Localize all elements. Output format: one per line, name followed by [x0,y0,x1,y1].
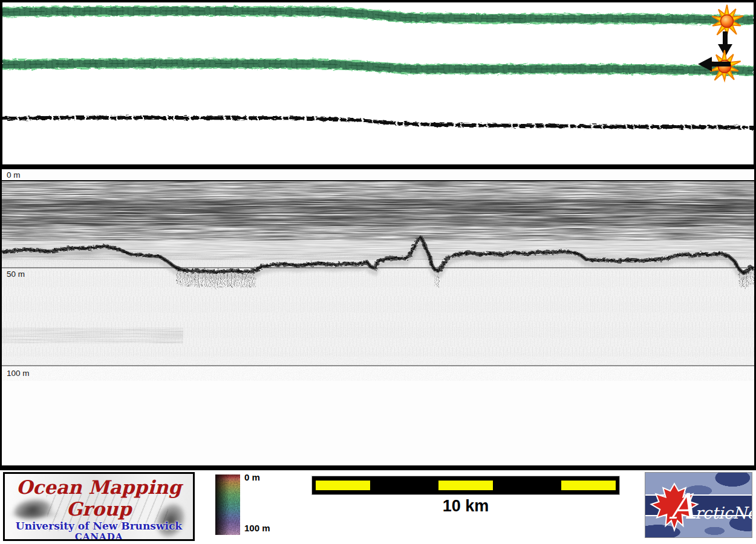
ocean-mapping-group-logo: Ocean Mapping Group University of New Br… [3,472,195,541]
scalebar-segment [558,476,619,494]
footer-divider [0,465,756,470]
nav-track-3 [2,118,754,128]
footer: Ocean Mapping Group University of New Br… [0,470,756,544]
echogram-canvas [2,169,754,467]
swath-track-2 [2,63,754,71]
omg-subtitle: University of New Brunswick [5,520,193,532]
scalebar-segment [312,476,374,494]
arcticnet-wordmark: ArcticNet [670,488,751,531]
omg-title: Ocean Mapping Group [5,476,193,520]
omg-country: CANADA [5,531,193,541]
scalebar-yellow [438,481,493,490]
depth-label-0m: 0 m [7,170,21,180]
deep-faint-reflector [2,328,183,343]
scale-bar-label: 10 km [312,497,619,516]
colorbar-top-label: 0 m [244,472,260,482]
track-map-canvas [2,2,754,164]
depth-colorbar [215,474,240,535]
depth-label-100m: 100 m [7,369,30,378]
swath-track-1 [2,11,754,20]
depth-label-50m: 50 m [7,270,25,279]
scalebar-segment [374,476,435,494]
scalebar-segment [497,476,558,494]
arcticnet-logo: ArcticNet [645,472,752,538]
scalebar-yellow [316,481,370,490]
scalebar-yellow [561,481,616,490]
track-map-panel [0,0,756,167]
scalebar-segment [435,476,497,494]
scale-bar [312,476,619,494]
echogram-panel: 0 m 50 m 100 m [0,167,756,468]
colorbar-bottom-label: 100 m [244,523,270,533]
